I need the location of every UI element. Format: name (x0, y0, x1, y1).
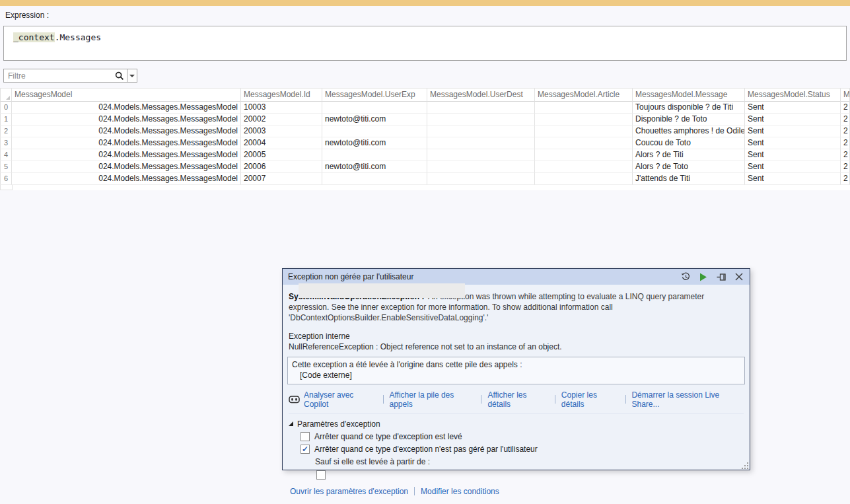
column-header-article[interactable]: MessagesModel.Article (535, 89, 633, 102)
grid-cell-userDest[interactable] (427, 126, 535, 137)
grid-cell-message[interactable]: Alors ? de Titi (633, 149, 745, 161)
grid-cell-model[interactable]: 024.Models.Messages.MessagesModel (12, 173, 241, 185)
grid-cell-article[interactable] (535, 149, 633, 161)
grid-cell-userDest[interactable] (427, 102, 535, 114)
table-row[interactable]: 5024.Models.Messages.MessagesModel20006n… (0, 161, 850, 173)
exception-settings-header[interactable]: Paramètres d'exception (289, 419, 744, 429)
grid-cell-extra[interactable]: 2 (841, 137, 850, 149)
filter-dropdown-button[interactable] (127, 69, 137, 83)
grid-cell-extra[interactable]: 2 (841, 173, 850, 185)
analyze-copilot-link[interactable]: Analyser avec Copilot (304, 390, 377, 409)
condition-checkbox[interactable] (316, 470, 326, 480)
grid-corner-cell[interactable] (0, 89, 12, 102)
continue-play-icon[interactable] (698, 271, 709, 282)
grid-cell-message[interactable]: Alors ? de Toto (633, 161, 745, 173)
grid-cell-article[interactable] (535, 114, 633, 126)
liveshare-link[interactable]: Démarrer la session Live Share... (631, 390, 744, 409)
grid-cell-id[interactable]: 10003 (241, 102, 322, 114)
column-header-extra[interactable]: M (841, 89, 850, 102)
grid-cell-userDest[interactable] (427, 149, 535, 161)
grid-cell-userDest[interactable] (427, 173, 535, 185)
row-number-cell[interactable]: 5 (0, 161, 12, 173)
edit-conditions-link[interactable]: Modifier les conditions (421, 487, 499, 496)
grid-cell-article[interactable] (535, 126, 633, 137)
copy-details-link[interactable]: Copier les détails (561, 390, 620, 409)
grid-cell-id[interactable]: 20002 (241, 114, 322, 126)
filter-input[interactable]: Filtre (3, 69, 127, 83)
column-header-userExp[interactable]: MessagesModel.UserExp (322, 89, 427, 102)
history-icon[interactable] (680, 271, 691, 282)
show-callstack-link[interactable]: Afficher la pile des appels (389, 390, 475, 409)
grid-cell-article[interactable] (535, 102, 633, 114)
grid-cell-model[interactable]: 024.Models.Messages.MessagesModel (12, 102, 241, 114)
open-exception-settings-link[interactable]: Ouvrir les paramètres d'exception (290, 487, 408, 496)
close-icon[interactable] (734, 271, 744, 282)
grid-cell-extra[interactable]: 2 (841, 102, 850, 114)
table-row[interactable]: 0024.Models.Messages.MessagesModel10003T… (0, 102, 850, 114)
grid-cell-userExp[interactable] (322, 102, 427, 114)
grid-cell-userExp[interactable] (322, 173, 427, 185)
show-details-link[interactable]: Afficher les détails (487, 390, 549, 409)
grid-cell-userDest[interactable] (427, 114, 535, 126)
grid-cell-status[interactable]: Sent (745, 161, 841, 173)
column-header-userDest[interactable]: MessagesModel.UserDest (427, 89, 535, 102)
grid-cell-userExp[interactable]: newtoto@titi.com (322, 114, 427, 126)
grid-cell-extra[interactable]: 2 (841, 161, 850, 173)
resize-grip[interactable] (740, 460, 748, 469)
row-number-cell[interactable]: 2 (0, 126, 12, 137)
expression-input[interactable]: _context.Messages (3, 26, 847, 61)
grid-cell-extra[interactable]: 2 (841, 149, 850, 161)
grid-cell-status[interactable]: Sent (745, 149, 841, 161)
grid-cell-article[interactable] (535, 161, 633, 173)
grid-cell-userExp[interactable] (322, 149, 427, 161)
exception-dialog-titlebar[interactable]: Exception non gérée par l'utilisateur (283, 269, 750, 285)
grid-cell-model[interactable]: 024.Models.Messages.MessagesModel (12, 149, 241, 161)
grid-cell-extra[interactable]: 2 (841, 114, 850, 126)
table-row[interactable]: 2024.Models.Messages.MessagesModel20003C… (0, 126, 850, 137)
grid-cell-status[interactable]: Sent (745, 102, 841, 114)
grid-cell-id[interactable]: 20005 (241, 149, 322, 161)
grid-cell-status[interactable]: Sent (745, 137, 841, 149)
table-row[interactable]: 1024.Models.Messages.MessagesModel20002n… (0, 114, 850, 126)
grid-cell-article[interactable] (535, 137, 633, 149)
column-header-message[interactable]: MessagesModel.Message (633, 89, 745, 102)
break-unhandled-checkbox[interactable]: ✓ (301, 445, 310, 454)
grid-cell-model[interactable]: 024.Models.Messages.MessagesModel (12, 161, 241, 173)
grid-cell-message[interactable]: Toujours disponible ? de Titi (633, 102, 745, 114)
grid-cell-message[interactable]: Coucou de Toto (633, 137, 745, 149)
grid-cell-extra[interactable]: 2 (841, 126, 850, 137)
grid-cell-message[interactable]: Disponible ? de Toto (633, 114, 745, 126)
grid-cell-model[interactable]: 024.Models.Messages.MessagesModel (12, 114, 241, 126)
grid-cell-model[interactable]: 024.Models.Messages.MessagesModel (12, 126, 241, 137)
grid-cell-id[interactable]: 20007 (241, 173, 322, 185)
row-number-cell[interactable]: 0 (0, 102, 12, 114)
row-number-cell[interactable]: 3 (0, 137, 12, 149)
grid-cell-status[interactable]: Sent (745, 126, 841, 137)
grid-cell-userExp[interactable] (322, 126, 427, 137)
pin-icon[interactable] (716, 271, 726, 282)
grid-cell-status[interactable]: Sent (745, 114, 841, 126)
grid-cell-model[interactable]: 024.Models.Messages.MessagesModel (12, 137, 241, 149)
column-header-status[interactable]: MessagesModel.Status (745, 89, 841, 102)
grid-cell-id[interactable]: 20006 (241, 161, 322, 173)
row-number-cell[interactable]: 1 (0, 114, 12, 126)
grid-cell-userDest[interactable] (427, 161, 535, 173)
grid-cell-id[interactable]: 20003 (241, 126, 322, 137)
grid-cell-userExp[interactable]: newtoto@titi.com (322, 137, 427, 149)
break-when-thrown-checkbox[interactable] (301, 432, 310, 441)
table-row[interactable]: 6024.Models.Messages.MessagesModel20007J… (0, 173, 850, 185)
row-number-cell[interactable]: 6 (0, 173, 12, 185)
table-row[interactable]: 3024.Models.Messages.MessagesModel20004n… (0, 137, 850, 149)
grid-cell-status[interactable]: Sent (745, 173, 841, 185)
grid-cell-userDest[interactable] (427, 137, 535, 149)
table-row[interactable]: 4024.Models.Messages.MessagesModel20005A… (0, 149, 850, 161)
column-header-model[interactable]: MessagesModel (12, 89, 241, 102)
callstack-frame[interactable]: [Code externe] (292, 371, 740, 380)
row-number-cell[interactable]: 4 (0, 149, 12, 161)
grid-cell-userExp[interactable]: newtoto@titi.com (322, 161, 427, 173)
grid-cell-message[interactable]: J'attends de Titi (633, 173, 745, 185)
column-header-id[interactable]: MessagesModel.Id (241, 89, 322, 102)
grid-cell-message[interactable]: Chouettes amphores ! de Odile (633, 126, 745, 137)
grid-cell-article[interactable] (535, 173, 633, 185)
expander-expanded-icon[interactable] (289, 421, 293, 426)
